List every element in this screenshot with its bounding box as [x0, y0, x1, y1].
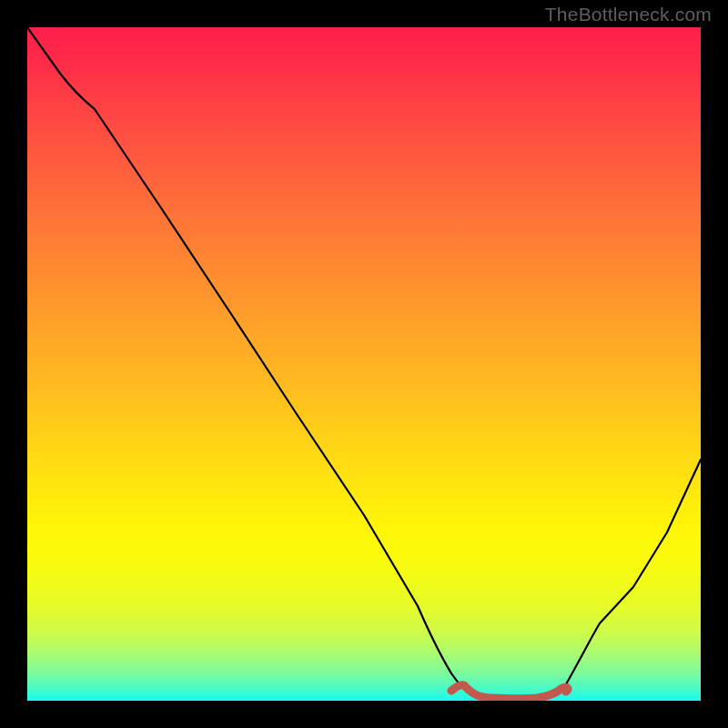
bottleneck-curve-path: [27, 27, 701, 700]
plot-area: [27, 27, 701, 701]
chart-svg: [27, 27, 701, 701]
optimal-band-path: [451, 685, 568, 699]
watermark-text: TheBottleneck.com: [545, 4, 712, 25]
